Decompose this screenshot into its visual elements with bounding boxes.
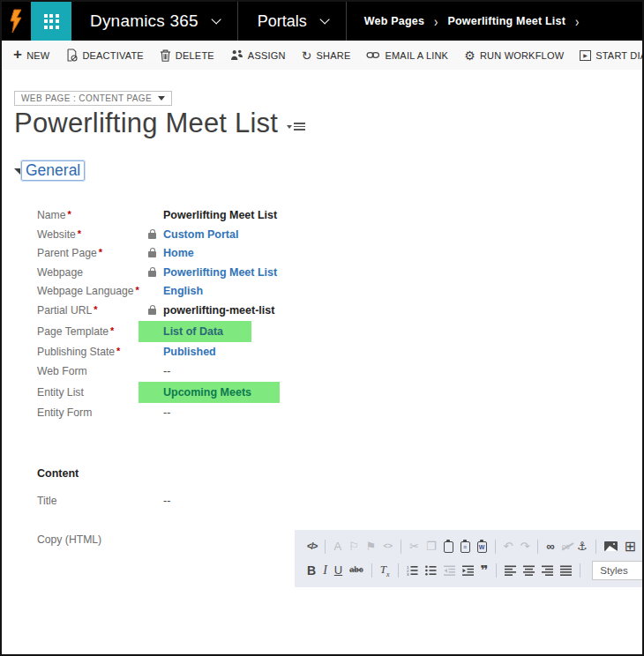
field-value-entity-list[interactable]: Upcoming Meets	[139, 382, 280, 403]
field-row-webpage-language: Webpage Language* English	[14, 282, 642, 302]
align-right-icon[interactable]	[542, 565, 553, 576]
toolbar-separator	[495, 540, 496, 554]
align-justify-icon[interactable]	[560, 565, 572, 576]
area-title[interactable]: Portals	[258, 12, 307, 31]
form-switcher-icon[interactable]	[287, 123, 305, 130]
editor-content-area[interactable]	[295, 587, 644, 656]
field-value-website[interactable]: Custom Portal	[163, 228, 238, 241]
field-value-entity-form[interactable]: --	[163, 406, 170, 419]
field-value-title[interactable]: --	[163, 495, 170, 507]
start-dialog-button[interactable]: ▶ START DIALOG	[572, 50, 642, 61]
new-button[interactable]: + NEW	[5, 48, 57, 62]
lock-icon	[148, 233, 156, 239]
field-label: Webpage Language*	[37, 285, 148, 297]
remove-format-icon[interactable]: Tx	[380, 563, 390, 578]
deactivate-icon	[65, 48, 78, 62]
bullet-list-icon[interactable]	[425, 565, 437, 576]
underline-icon[interactable]: U	[334, 564, 342, 576]
assign-people-icon	[230, 49, 243, 61]
email-a-link-button[interactable]: EMAIL A LINK	[358, 50, 456, 61]
general-form: Name* Powerlifting Meet List Website* Cu…	[14, 206, 642, 423]
delete-button[interactable]: DELETE	[152, 49, 222, 62]
bold-icon[interactable]: B	[307, 564, 316, 577]
undo-icon: ↶	[504, 540, 513, 552]
app-window: Dynamics 365 Portals Web Pages › Powerli…	[0, 0, 644, 656]
app-title[interactable]: Dynamics 365	[90, 11, 198, 31]
lock-icon	[148, 271, 156, 277]
chevron-down-icon[interactable]	[319, 14, 329, 24]
lock-icon	[148, 251, 156, 257]
field-value-name[interactable]: Powerlifting Meet List	[163, 209, 277, 221]
image-icon[interactable]	[604, 541, 618, 551]
table-icon[interactable]: ⊞	[625, 540, 636, 554]
chevron-right-icon[interactable]: ›	[575, 12, 579, 30]
field-row-parent-page: Parent Page* Home	[14, 244, 642, 264]
cut-icon: ✂	[409, 540, 419, 552]
breadcrumb-web-pages[interactable]: Web Pages	[364, 15, 424, 27]
unlink-icon: ∞	[562, 540, 570, 552]
anchor-icon[interactable]: ⚓	[577, 540, 588, 552]
section-general-label: General	[21, 160, 85, 181]
blockquote-icon[interactable]: ❞	[481, 563, 489, 577]
required-asterisk: *	[116, 346, 120, 356]
strikethrough-icon[interactable]: abc	[349, 566, 363, 574]
app-launcher-waffle-icon[interactable]	[31, 2, 71, 41]
start-dialog-icon: ▶	[580, 50, 591, 61]
field-label: Copy (HTML)	[37, 533, 148, 546]
field-row-title: Title --	[14, 495, 642, 507]
assign-button[interactable]: ASSIGN	[222, 49, 294, 61]
paste-icon[interactable]	[444, 541, 453, 553]
field-label: Parent Page*	[37, 247, 148, 259]
section-general-header[interactable]: General	[14, 160, 642, 181]
paste-from-word-icon[interactable]: W	[477, 541, 487, 553]
form-page: WEB PAGE : CONTENT PAGE Powerlifting Mee…	[2, 70, 642, 656]
align-center-icon[interactable]	[523, 565, 535, 576]
field-label: Webpage	[37, 266, 148, 279]
align-left-icon[interactable]	[505, 565, 516, 576]
required-asterisk: *	[110, 325, 114, 336]
share-button[interactable]: ↻ SHARE	[294, 49, 359, 62]
field-value-webpage[interactable]: Powerlifting Meet List	[163, 266, 277, 279]
breadcrumb: Web Pages › Powerlifting Meet List ›	[364, 15, 580, 28]
run-workflow-button[interactable]: ⚙ RUN WORKFLOW	[456, 49, 572, 62]
chevron-right-icon: ›	[434, 12, 438, 30]
field-row-website: Website* Custom Portal	[14, 225, 642, 244]
editor-toolbar: </>A⚐⚑<>✂❐≡W↶↷∞∞⚓⊞Ω BIUabcTx123❞StylesFo…	[295, 530, 644, 587]
field-row-webpage: Webpage Powerlifting Meet List	[14, 263, 642, 282]
field-row-page-template: Page Template* List of Data	[14, 320, 642, 343]
command-bar: + NEW DEACTIVATE DELETE ASSIGN ↻ SHARE E…	[2, 41, 642, 70]
field-value-partial-url[interactable]: powerlifting-meet-list	[163, 304, 274, 317]
field-label: Name*	[37, 209, 148, 221]
field-value-publishing-state[interactable]: Published	[163, 346, 216, 358]
field-value-webpage-language[interactable]: English	[163, 285, 203, 297]
entity-type-selector[interactable]: WEB PAGE : CONTENT PAGE	[14, 91, 172, 106]
breadcrumb-current-record[interactable]: Powerlifting Meet List	[447, 15, 565, 27]
field-label: Web Form	[37, 365, 148, 377]
field-value-page-template[interactable]: List of Data	[139, 321, 251, 342]
outdent-icon	[444, 565, 455, 576]
indent-icon[interactable]	[462, 565, 474, 576]
numbered-list-icon[interactable]: 123	[407, 565, 418, 576]
flag-outline-icon: ⚐	[348, 540, 359, 552]
source-icon[interactable]: </>	[307, 542, 317, 551]
field-label: Title	[37, 495, 148, 507]
toolbar-separator	[401, 540, 401, 554]
styles-dropdown[interactable]: Styles	[592, 561, 644, 580]
field-label: Page Template*	[37, 325, 148, 338]
top-nav-bar: Dynamics 365 Portals Web Pages › Powerli…	[2, 2, 642, 41]
editor-toolbar-row-1: </>A⚐⚑<>✂❐≡W↶↷∞∞⚓⊞Ω	[303, 536, 644, 556]
page-title: Powerlifting Meet List	[14, 108, 278, 139]
chevron-down-icon[interactable]	[211, 14, 221, 24]
field-row-entity-list: Entity List Upcoming Meets	[14, 381, 642, 404]
toolbar-separator	[496, 563, 497, 578]
field-label: Publishing State*	[37, 346, 148, 358]
field-value-parent-page[interactable]: Home	[163, 247, 194, 259]
lightning-bolt-icon[interactable]	[9, 9, 25, 34]
field-row-publishing-state: Publishing State* Published	[14, 343, 642, 362]
field-value-web-form[interactable]: --	[163, 365, 170, 377]
field-label: Entity List	[37, 386, 148, 399]
italic-icon[interactable]: I	[323, 564, 327, 577]
deactivate-button[interactable]: DEACTIVATE	[57, 48, 151, 62]
link-icon[interactable]: ∞	[546, 540, 554, 552]
paste-plain-text-icon[interactable]: ≡	[461, 541, 470, 553]
